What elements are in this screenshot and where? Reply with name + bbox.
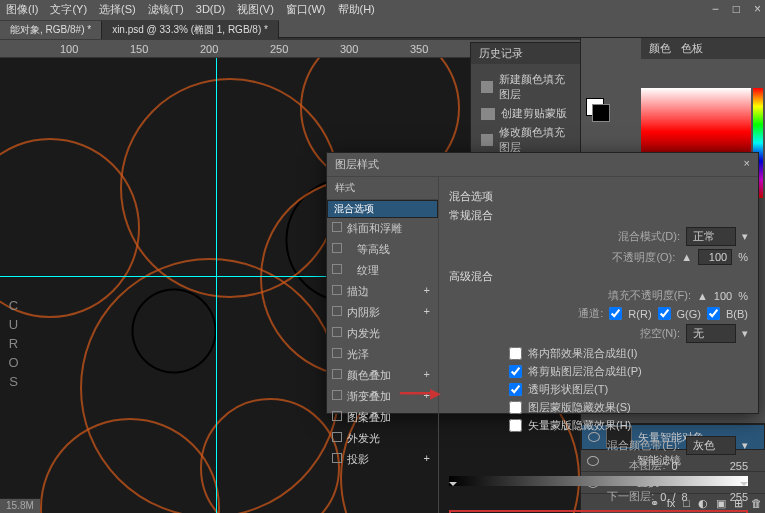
- menu-item[interactable]: 图像(I): [6, 2, 38, 17]
- history-item[interactable]: 创建剪贴蒙版: [477, 104, 575, 123]
- close-icon[interactable]: ×: [744, 157, 750, 172]
- history-item[interactable]: 新建颜色填充图层: [477, 70, 575, 104]
- color-tab[interactable]: 颜色: [649, 41, 671, 56]
- style-item[interactable]: 内发光: [327, 323, 438, 344]
- menu-item[interactable]: 窗口(W): [286, 2, 326, 17]
- style-item[interactable]: 投影+: [327, 449, 438, 470]
- style-item[interactable]: 描边+: [327, 281, 438, 302]
- document-tab[interactable]: xin.psd @ 33.3% (椭圆 1, RGB/8) *: [102, 21, 279, 39]
- dialog-title: 图层样式: [335, 157, 379, 172]
- style-item[interactable]: 光泽: [327, 344, 438, 365]
- blendif-select[interactable]: 灰色: [686, 436, 736, 455]
- annotation-arrow: ━━━━━▶: [400, 385, 439, 401]
- menu-item[interactable]: 帮助(H): [338, 2, 375, 17]
- close-icon[interactable]: ×: [754, 2, 761, 16]
- channel-r[interactable]: [609, 307, 622, 320]
- menu-item[interactable]: 3D(D): [196, 3, 225, 15]
- style-item[interactable]: 纹理: [327, 260, 438, 281]
- blend-interior-checkbox[interactable]: [509, 347, 522, 360]
- channel-g[interactable]: [658, 307, 671, 320]
- layer-mask-hides-checkbox[interactable]: [509, 401, 522, 414]
- history-tab[interactable]: 历史记录: [479, 46, 523, 61]
- opacity-input[interactable]: 100: [698, 249, 732, 265]
- document-tabs: 能对象, RGB/8#) * xin.psd @ 33.3% (椭圆 1, RG…: [0, 20, 279, 40]
- styles-list: 样式 混合选项 斜面和浮雕 等高线 纹理 描边+ 内阴影+ 内发光 光泽 颜色叠…: [327, 177, 439, 513]
- menu-item[interactable]: 滤镜(T): [148, 2, 184, 17]
- transparency-shapes-checkbox[interactable]: [509, 383, 522, 396]
- menu-item[interactable]: 文字(Y): [50, 2, 87, 17]
- menu-item[interactable]: 视图(V): [237, 2, 274, 17]
- status-bar: 15.8M: [0, 498, 40, 513]
- guide[interactable]: [216, 58, 217, 513]
- style-item[interactable]: 外发光: [327, 428, 438, 449]
- blend-clipped-checkbox[interactable]: [509, 365, 522, 378]
- style-item[interactable]: 混合选项: [327, 200, 438, 218]
- vector-mask-hides-checkbox[interactable]: [509, 419, 522, 432]
- channel-b[interactable]: [707, 307, 720, 320]
- menubar: 图像(I) 文字(Y) 选择(S) 滤镜(T) 3D(D) 视图(V) 窗口(W…: [0, 0, 765, 18]
- this-layer-slider[interactable]: [449, 476, 748, 486]
- blend-mode-select[interactable]: 正常: [686, 227, 736, 246]
- style-item[interactable]: 等高线: [327, 239, 438, 260]
- foreground-background-swatch[interactable]: [586, 98, 610, 122]
- minimize-icon[interactable]: −: [712, 2, 719, 16]
- knockout-select[interactable]: 无: [686, 324, 736, 343]
- maximize-icon[interactable]: □: [733, 2, 740, 16]
- menu-item[interactable]: 选择(S): [99, 2, 136, 17]
- style-item[interactable]: 图案叠加: [327, 407, 438, 428]
- document-tab[interactable]: 能对象, RGB/8#) *: [0, 21, 102, 39]
- style-item[interactable]: 内阴影+: [327, 302, 438, 323]
- canvas-text: CUROS: [6, 298, 21, 393]
- swatches-tab[interactable]: 色板: [681, 41, 703, 56]
- layer-style-dialog: 图层样式 × 样式 混合选项 斜面和浮雕 等高线 纹理 描边+ 内阴影+ 内发光…: [326, 152, 759, 414]
- style-item[interactable]: 斜面和浮雕: [327, 218, 438, 239]
- blending-options: 混合选项 常规混合 混合模式(D):正常▾ 不透明度(O):▲100% 高级混合…: [439, 177, 758, 513]
- style-item[interactable]: 颜色叠加+: [327, 365, 438, 386]
- chevron-down-icon[interactable]: ▾: [742, 230, 748, 243]
